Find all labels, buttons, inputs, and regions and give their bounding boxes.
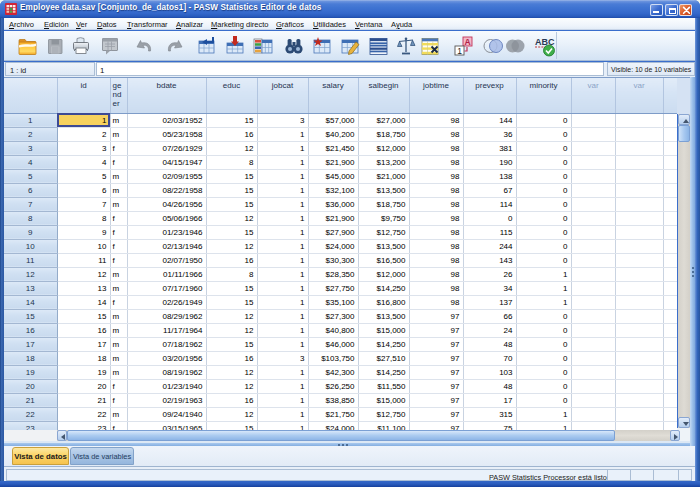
- svg-text:1: 1: [457, 46, 462, 56]
- svg-text:A: A: [464, 37, 470, 47]
